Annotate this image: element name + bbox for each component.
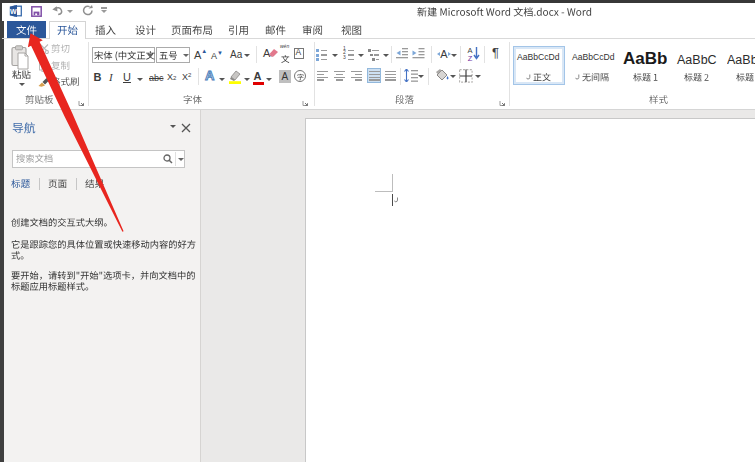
svg-text:A: A [440,48,448,60]
svg-text:W: W [10,8,17,15]
svg-text:Z: Z [468,54,473,62]
